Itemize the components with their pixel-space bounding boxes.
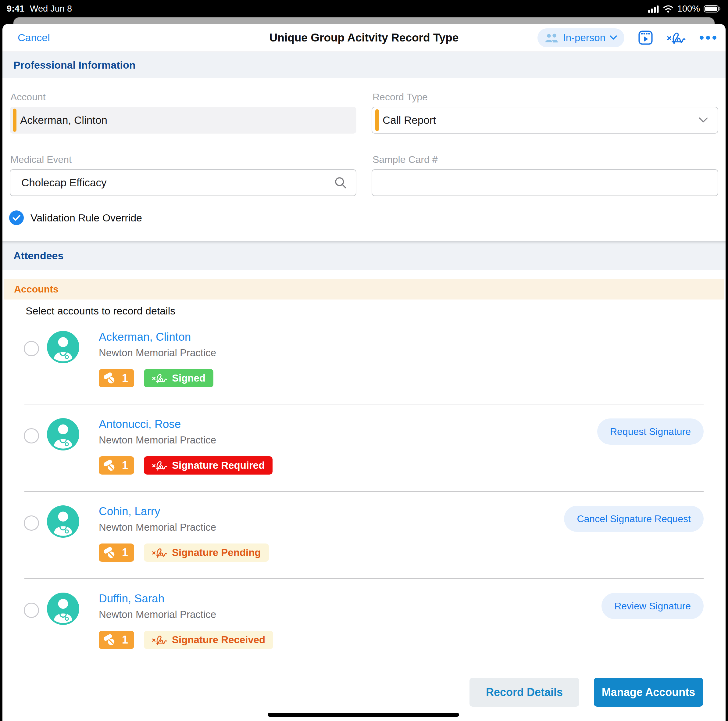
more-button[interactable]: [700, 36, 716, 40]
medical-event-field[interactable]: [10, 169, 356, 196]
doctor-avatar: [47, 505, 79, 538]
nav-bar: Cancel Unique Group Acitvity Record Type…: [2, 24, 726, 52]
signature-status-label: Signature Pending: [172, 547, 261, 559]
search-icon[interactable]: [334, 176, 347, 190]
record-type-select[interactable]: Call Report: [372, 107, 718, 133]
signature-action-button[interactable]: Review Signature: [601, 593, 704, 619]
status-bar: 9:41 Wed Jun 8 100%: [0, 0, 728, 17]
accounts-subsection: Accounts: [4, 279, 724, 300]
section-title: Attendees: [14, 250, 63, 262]
people-icon: [545, 33, 559, 43]
attendee-badges: 1 Signature Required: [99, 456, 272, 475]
signature-action-button[interactable]: Request Signature: [597, 418, 704, 445]
home-indicator[interactable]: [268, 713, 459, 717]
ellipsis-icon: [700, 36, 716, 40]
doctor-avatar: [47, 418, 79, 450]
signature-button[interactable]: [667, 31, 686, 45]
account-value: Ackerman, Clinton: [20, 114, 356, 126]
signal-icon: [648, 5, 659, 13]
samples-count: 1: [122, 459, 128, 472]
samples-count: 1: [122, 546, 128, 559]
signature-status-badge: Signature Pending: [144, 543, 269, 562]
doctor-avatar: [47, 592, 79, 625]
signature-status-label: Signed: [172, 372, 205, 384]
date: Wed Jun 8: [30, 4, 72, 14]
validation-override-checkbox[interactable]: [9, 210, 24, 225]
signature-status-badge: Signature Required: [144, 456, 272, 475]
section-title: Professional Information: [14, 59, 136, 71]
medical-event-input[interactable]: [21, 176, 356, 189]
signature-status-label: Signature Received: [172, 634, 265, 646]
section-professional-information: Professional Information: [2, 52, 726, 78]
record-type-label: Record Type: [373, 92, 428, 103]
sample-card-input[interactable]: [382, 176, 717, 189]
samples-count: 1: [122, 372, 128, 384]
record-modal: Cancel Unique Group Acitvity Record Type…: [2, 24, 726, 721]
required-marker: [13, 109, 17, 132]
chevron-down-icon: [610, 35, 617, 40]
chevron-down-icon: [699, 118, 708, 123]
samples-badge: 1: [99, 369, 134, 387]
doctor-avatar: [47, 331, 79, 363]
clock: 9:41: [7, 4, 24, 14]
record-type-value: Call Report: [382, 114, 717, 126]
cancel-button[interactable]: Cancel: [16, 24, 52, 52]
accounts-title: Accounts: [14, 284, 58, 295]
attendee-badges: 1 Signed: [99, 369, 213, 387]
validation-override-label: Validation Rule Override: [31, 212, 142, 224]
record-details-button[interactable]: Record Details: [470, 678, 579, 707]
media-presentation-button[interactable]: [638, 31, 653, 45]
media-presentation-icon: [638, 31, 653, 45]
account-label: Account: [11, 92, 46, 103]
pills-icon: [102, 458, 116, 472]
channel-selector[interactable]: In-person: [537, 28, 624, 47]
attendee-name[interactable]: Antonucci, Rose: [99, 418, 181, 431]
battery-icon: [704, 4, 721, 14]
signature-action-button[interactable]: Cancel Signature Request: [564, 506, 704, 532]
attendee-name[interactable]: Ackerman, Clinton: [99, 331, 191, 343]
attendee-row: Duffin, Sarah Newton Memorial Practice 1: [2, 579, 726, 666]
samples-count: 1: [122, 634, 128, 646]
signature-icon: [667, 31, 686, 45]
wifi-icon: [663, 5, 674, 13]
medical-event-label: Medical Event: [11, 154, 72, 165]
samples-badge: 1: [99, 543, 134, 562]
required-marker: [375, 109, 379, 131]
attendee-org: Newton Memorial Practice: [99, 609, 216, 620]
attendee-radio[interactable]: [24, 341, 39, 356]
attendee-name[interactable]: Cohin, Larry: [99, 505, 161, 518]
app-screen: 9:41 Wed Jun 8 100% Can: [0, 0, 728, 721]
check-icon: [12, 215, 20, 221]
account-field: Ackerman, Clinton: [10, 107, 356, 133]
attendee-badges: 1 Signature Pending: [99, 543, 269, 562]
attendee-name[interactable]: Duffin, Sarah: [99, 592, 164, 605]
attendee-org: Newton Memorial Practice: [99, 434, 216, 446]
section-attendees: Attendees: [2, 241, 726, 270]
validation-override-row[interactable]: Validation Rule Override: [9, 210, 142, 225]
select-accounts-hint: Select accounts to record details: [26, 305, 175, 317]
pills-icon: [102, 371, 116, 385]
attendee-radio[interactable]: [24, 516, 39, 531]
sample-card-field[interactable]: [372, 169, 718, 196]
attendee-list: Ackerman, Clinton Newton Memorial Practi…: [2, 317, 726, 666]
attendee-org: Newton Memorial Practice: [99, 347, 216, 359]
attendee-radio[interactable]: [24, 603, 39, 618]
pills-icon: [102, 546, 116, 560]
samples-badge: 1: [99, 456, 134, 475]
attendee-radio[interactable]: [24, 428, 39, 444]
samples-badge: 1: [99, 631, 134, 649]
attendee-row: Ackerman, Clinton Newton Memorial Practi…: [2, 317, 726, 404]
pills-icon: [102, 633, 116, 647]
battery-percent: 100%: [678, 4, 700, 14]
signature-icon: [152, 459, 167, 471]
attendee-badges: 1 Signature Received: [99, 631, 273, 649]
channel-label: In-person: [563, 32, 606, 44]
signature-status-badge: Signature Received: [144, 631, 273, 649]
signature-status-badge: Signed: [144, 369, 213, 387]
signature-icon: [152, 634, 167, 646]
sample-card-label: Sample Card #: [373, 154, 437, 165]
manage-accounts-button[interactable]: Manage Accounts: [594, 678, 703, 707]
attendee-org: Newton Memorial Practice: [99, 522, 216, 533]
attendee-row: Cohin, Larry Newton Memorial Practice 1: [2, 491, 726, 579]
attendee-row: Antonucci, Rose Newton Memorial Practice…: [2, 404, 726, 491]
